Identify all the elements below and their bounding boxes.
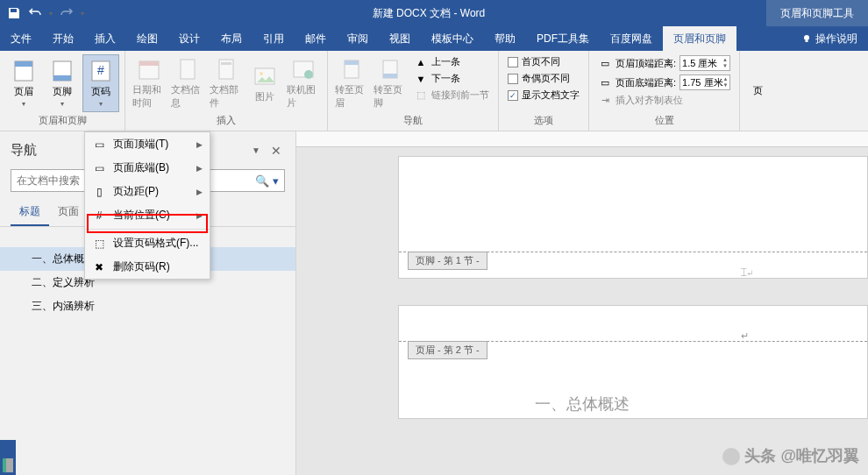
group-label-insert: 插入 <box>131 112 322 127</box>
nav-tab-pages[interactable]: 页面 <box>49 199 88 226</box>
tab-view[interactable]: 视图 <box>379 26 421 51</box>
next-button[interactable]: ▼下一条 <box>410 71 493 86</box>
spinner-icon[interactable]: ▲▼ <box>723 76 729 89</box>
close-icon[interactable]: ✕ <box>267 144 285 158</box>
odd-even-diff-checkbox[interactable]: 奇偶页不同 <box>504 71 583 86</box>
docparts-icon <box>214 57 238 82</box>
tab-baidu[interactable]: 百度网盘 <box>600 26 663 51</box>
footer-section-label: 页脚 - 第 1 节 - <box>408 252 487 270</box>
search-icon[interactable]: 🔍 ▾ <box>255 174 279 188</box>
group-label-options: 选项 <box>504 112 583 127</box>
svg-point-16 <box>304 70 313 79</box>
undo-icon[interactable] <box>28 6 42 20</box>
tab-draw[interactable]: 绘图 <box>126 26 168 51</box>
footer-icon <box>50 59 75 83</box>
svg-rect-9 <box>139 61 159 66</box>
footer-distance-input[interactable]: 1.75 厘米▲▼ <box>679 74 730 90</box>
titlebar: ▾ ▾ 新建 DOCX 文档 - Word 页眉和页脚工具 <box>0 0 868 26</box>
tab-review[interactable]: 审阅 <box>337 26 379 51</box>
tab-insert[interactable]: 插入 <box>84 26 126 51</box>
document-area[interactable]: 页脚 - 第 1 节 - ⌶↵ 页眉 - 第 2 节 - 一、总体概述 ↵ <box>296 131 868 475</box>
menu-page-top[interactable]: ▭页面顶端(T)▶ <box>85 132 210 156</box>
datetime-button[interactable]: 日期和时间 <box>131 54 167 112</box>
status-bar-fragment <box>0 440 16 475</box>
chevron-right-icon: ▶ <box>196 140 203 149</box>
prev-button[interactable]: ▲上一条 <box>410 54 493 69</box>
chevron-right-icon: ▶ <box>196 164 203 173</box>
goto-footer-button[interactable]: 转至页脚 <box>372 54 409 112</box>
remove-icon: ✖ <box>92 261 106 273</box>
ribbon-content: 页眉▾ 页脚▾ # 页码▾ 页眉和页脚 日期和时间 文档信息 <box>0 51 868 131</box>
menu-separator <box>85 229 210 230</box>
picture-button[interactable]: 图片 <box>246 54 283 112</box>
svg-rect-1 <box>806 40 808 42</box>
tell-me[interactable]: 操作说明 <box>791 26 868 51</box>
tab-layout[interactable]: 布局 <box>210 26 253 51</box>
close-hf-button[interactable]: 页 <box>745 54 770 127</box>
footer-button[interactable]: 页脚▾ <box>44 54 81 112</box>
ruler[interactable] <box>296 131 868 147</box>
undo-dropdown-icon[interactable]: ▾ <box>49 10 53 18</box>
tab-pdf[interactable]: PDF工具集 <box>526 26 600 51</box>
tab-help[interactable]: 帮助 <box>484 26 526 51</box>
link-prev-button[interactable]: ⬚链接到前一节 <box>410 88 493 103</box>
spinner-icon[interactable]: ▲▼ <box>722 57 728 69</box>
menu-remove-pagenum[interactable]: ✖删除页码(R) <box>85 255 210 279</box>
group-label-position: 位置 <box>594 112 734 127</box>
menu-format-pagenum[interactable]: ⬚设置页码格式(F)... <box>85 231 210 255</box>
tab-mail[interactable]: 邮件 <box>295 26 337 51</box>
current-pos-icon: # <box>92 209 106 222</box>
svg-rect-5 <box>53 75 71 81</box>
checkbox-icon <box>508 57 518 67</box>
pagenum-dropdown-menu: ▭页面顶端(T)▶ ▭页面底端(B)▶ ▯页边距(P)▶ #当前位置(C)▶ ⬚… <box>84 131 210 280</box>
first-page-diff-checkbox[interactable]: 首页不同 <box>504 54 583 69</box>
redo-icon[interactable] <box>60 6 74 20</box>
group-position: ▭ 页眉顶端距离: 1.5 厘米▲▼ ▭ 页面底端距离: 1.75 厘米▲▼ ⇥… <box>589 51 740 131</box>
calendar-icon <box>137 57 161 82</box>
group-options: 首页不同 奇偶页不同 ✓显示文档文字 选项 <box>499 51 589 131</box>
goto-footer-icon <box>378 57 402 82</box>
tab-icon: ⇥ <box>598 95 612 107</box>
chevron-down-icon: ▾ <box>99 100 103 108</box>
format-icon: ⬚ <box>92 238 106 250</box>
tab-header-footer[interactable]: 页眉和页脚 <box>663 26 736 51</box>
menu-page-margins[interactable]: ▯页边距(P)▶ <box>85 180 210 203</box>
header-distance-input[interactable]: 1.5 厘米▲▼ <box>679 55 730 71</box>
svg-rect-12 <box>221 62 231 65</box>
nav-tab-headings[interactable]: 标题 <box>11 199 49 226</box>
svg-point-0 <box>804 35 809 40</box>
tab-home[interactable]: 开始 <box>42 26 84 51</box>
docinfo-button[interactable]: 文档信息 <box>169 54 206 112</box>
save-icon[interactable] <box>7 6 21 20</box>
show-doc-text-checkbox[interactable]: ✓显示文档文字 <box>504 88 583 103</box>
header-button[interactable]: 页眉▾ <box>5 54 42 112</box>
menu-current-pos[interactable]: #当前位置(C)▶ <box>85 203 210 227</box>
tab-design[interactable]: 设计 <box>168 26 210 51</box>
pagenum-button[interactable]: # 页码▾ <box>82 54 119 112</box>
group-navigation: 转至页眉 转至页脚 ▲上一条 ▼下一条 ⬚链接到前一节 导航 <box>328 51 499 131</box>
page-top-icon: ▭ <box>92 138 106 151</box>
ribbon-tabs: 文件 开始 插入 绘图 设计 布局 引用 邮件 审阅 视图 模板中心 帮助 PD… <box>0 26 868 51</box>
tab-references[interactable]: 引用 <box>253 26 295 51</box>
goto-header-icon <box>339 57 364 82</box>
page-1-bottom[interactable]: 页脚 - 第 1 节 - ⌶↵ <box>398 156 868 279</box>
docparts-button[interactable]: 文档部件 <box>208 54 245 112</box>
menu-page-bottom[interactable]: ▭页面底端(B)▶ <box>85 156 210 180</box>
docinfo-icon <box>175 57 200 82</box>
tab-template[interactable]: 模板中心 <box>421 26 484 51</box>
nav-options-dropdown[interactable]: ▼ <box>245 145 267 155</box>
page-2-top[interactable]: 页眉 - 第 2 节 - 一、总体概述 ↵ <box>398 305 868 419</box>
group-close: 页 <box>740 51 775 131</box>
nav-item[interactable]: 三、内涵辨析 <box>0 294 295 318</box>
group-insert: 日期和时间 文档信息 文档部件 图片 联机图片 插入 <box>125 51 328 131</box>
watermark: 头条 @唯忆羽翼 <box>722 445 859 466</box>
insert-align-tab-button[interactable]: ⇥插入对齐制表位 <box>594 93 734 108</box>
onlinepic-icon <box>291 57 316 82</box>
page-bottom-icon: ▭ <box>92 162 106 174</box>
chevron-down-icon: ▾ <box>22 100 25 108</box>
goto-header-button[interactable]: 转至页眉 <box>333 54 370 112</box>
tab-file[interactable]: 文件 <box>0 26 42 51</box>
qat-customize-icon[interactable]: ▾ <box>81 10 84 18</box>
onlinepic-button[interactable]: 联机图片 <box>285 54 322 112</box>
header-icon <box>11 59 36 83</box>
